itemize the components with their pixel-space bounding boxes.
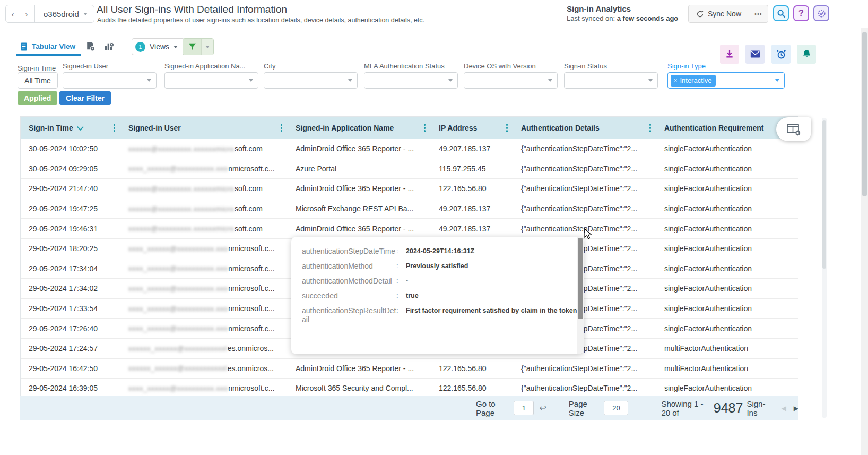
table-row[interactable]: 29-05-2024 19:47:25xxxxxx@xxxxxxxxx.xxxx… [21, 199, 798, 219]
chevron-down-icon [648, 79, 653, 82]
tooltip-scrollbar-thumb[interactable] [578, 238, 583, 319]
top-bar: ‹ › o365droid All User Sign-ins With Det… [0, 0, 868, 28]
page-size-input[interactable] [604, 401, 628, 415]
goto-enter-icon[interactable]: ↩ [539, 403, 546, 413]
chevron-down-icon [205, 46, 210, 48]
export-download-button[interactable] [720, 45, 739, 64]
cell-application-name: Azure Portal [288, 159, 431, 179]
filter-city[interactable] [264, 72, 358, 89]
cell-signedin-user: xxxxxx@xxxxxxxxx.xxxxxxmicrosoft.com [120, 139, 288, 159]
cell-auth-requirement: multiFactorAuthentication [656, 339, 798, 358]
user-suffix-text: soft.com [235, 144, 263, 153]
table-row[interactable]: 29-05-2024 19:46:31xxxxxx@xxxxxxxxx.xxxx… [21, 219, 798, 239]
cell-signin-time: 29-05-2024 17:34:04 [21, 259, 120, 279]
table-row[interactable]: 30-05-2024 09:29:05xxxx_xxxxxx@xxxxxxxxx… [21, 159, 798, 179]
colon [396, 277, 406, 286]
column-menu-icon[interactable] [114, 124, 116, 132]
cell-signin-time: 29-05-2024 18:20:25 [21, 239, 120, 259]
cell-signedin-user: xxxxxx_xxxxxx@xxxxxxxxxxxles.onmicros... [120, 339, 288, 358]
column-label: Authentication Details [521, 124, 600, 132]
filter-button[interactable] [183, 39, 201, 55]
filter-mfa-status[interactable] [364, 72, 458, 89]
filter-device-os[interactable] [464, 72, 558, 89]
filter-signin-status[interactable] [564, 72, 658, 89]
user-suffix-text: soft.com [235, 184, 263, 193]
column-menu-icon[interactable] [506, 124, 508, 132]
schedule-report-button[interactable] [771, 45, 791, 64]
sync-now-button[interactable]: Sync Now [689, 5, 749, 22]
chip-label: Interactive [680, 76, 711, 84]
chart-view-button[interactable] [102, 40, 115, 53]
column-menu-icon[interactable] [649, 124, 652, 132]
table-scrollbar-thumb[interactable] [822, 120, 826, 269]
column-header-auth-details[interactable]: Authentication Details [513, 117, 656, 139]
user-suffix-text: nmicrosoft.c... [228, 264, 274, 273]
back-button[interactable]: ‹ [6, 10, 20, 19]
bell-icon [802, 49, 811, 59]
cell-signin-time: 29-05-2024 16:42:50 [21, 359, 120, 379]
redacted-user-text: xxxx_xxxxxx@xxxxxxxxxx.xxo [128, 165, 228, 173]
prev-page-icon[interactable]: ◀ [782, 405, 786, 412]
alarm-clock-icon [776, 49, 786, 59]
search-button[interactable] [773, 5, 789, 21]
tooltip-key: authenticationMethod [302, 262, 396, 271]
last-synced: Last synced on: a few seconds ago [567, 14, 678, 22]
clear-filter-button[interactable]: Clear Filter [59, 91, 111, 105]
column-header-ip-address[interactable]: IP Address [431, 117, 513, 139]
cell-application-name: AdminDroid Office 365 Reporter - ... [288, 359, 431, 379]
page-size-label: Page Size [569, 399, 597, 417]
column-header-application-name[interactable]: Signed-in Application Name [288, 117, 431, 139]
active-tab-indicator [16, 54, 81, 56]
column-label: IP Address [439, 124, 477, 132]
cell-ip-address: 122.165.56.80 [431, 379, 513, 398]
user-suffix-text: nmicrosoft.c... [228, 165, 274, 173]
applied-badge: Applied [18, 91, 57, 105]
tab-tabular-view[interactable]: Tabular View [16, 38, 79, 55]
workspace-selector[interactable]: o365droid [35, 10, 83, 19]
signin-time-filter[interactable]: All Time [18, 72, 58, 89]
colon [396, 262, 406, 271]
page-scrollbar-thumb[interactable] [862, 32, 867, 196]
column-menu-icon[interactable] [424, 124, 426, 132]
chip-remove-icon[interactable] [674, 77, 677, 83]
cell-signedin-user: xxxx_xxxxxx@xxxxxxxxxx.xxonmicrosoft.c..… [120, 259, 288, 279]
table-row[interactable]: 29-05-2024 21:47:40xxxxxx@xxxxxxxxx.xxxx… [21, 179, 798, 199]
filter-application-name[interactable] [164, 72, 258, 89]
tooltip-entry: succeededtrue [302, 291, 570, 301]
forward-button[interactable]: › [20, 10, 33, 19]
tooltip-entry: authenticationMethodPreviously satisfied [302, 262, 570, 271]
filter-signin-type[interactable]: Interactive [667, 72, 785, 89]
alerts-button[interactable] [797, 45, 816, 64]
help-button[interactable]: ? [793, 5, 809, 21]
scheduled-report-button[interactable] [84, 40, 97, 53]
cell-ip-address: 49.207.185.137 [431, 219, 513, 238]
column-menu-icon[interactable] [281, 124, 283, 132]
schedule-status-button[interactable] [813, 5, 829, 21]
cell-auth-requirement: singleFactorAuthentication [656, 379, 798, 398]
filter-signedin-user[interactable] [63, 72, 157, 89]
views-dropdown[interactable]: 1 Views [132, 38, 185, 55]
last-synced-label: Last synced on: [567, 14, 617, 22]
table-row[interactable]: 29-05-2024 16:42:50xxxxxx_xxxxxx@xxxxxxx… [21, 359, 798, 379]
column-header-signedin-user[interactable]: Signed-in User [120, 117, 288, 139]
tooltip-value: First factor requirement satisfied by cl… [406, 306, 577, 324]
goto-page-input[interactable] [514, 401, 534, 415]
table-row[interactable]: 30-05-2024 10:02:50xxxxxx@xxxxxxxxx.xxxx… [21, 139, 798, 159]
user-suffix-text: nmicrosoft.c... [228, 384, 274, 392]
colon [396, 291, 406, 301]
cell-signedin-user: xxxx_xxxxxx@xxxxxxxxxx.xxonmicrosoft.c..… [120, 299, 288, 319]
column-chooser-button[interactable] [776, 117, 811, 141]
cell-signedin-user: xxxx_xxxxxx@xxxxxxxxxx.xxonmicrosoft.c..… [120, 279, 288, 298]
cell-signedin-user: xxxx_xxxxxx@xxxxxxxxxx.xxonmicrosoft.c..… [120, 379, 288, 398]
column-header-signin-time[interactable]: Sign-in Time [21, 117, 120, 139]
filter-dropdown-button[interactable] [201, 39, 213, 55]
tooltip-scrollbar-track[interactable] [577, 237, 584, 354]
cell-application-name: AdminDroid Office 365 Reporter - ... [288, 139, 431, 159]
tooltip-value: - [406, 277, 408, 286]
cell-auth-details: {"authenticationStepDateTime":"2... [513, 379, 656, 398]
more-options-button[interactable]: ••• [749, 5, 768, 22]
nav-group: ‹ › o365droid [5, 5, 94, 23]
email-report-button[interactable] [745, 45, 765, 64]
next-page-icon[interactable]: ▶ [794, 405, 798, 412]
cell-ip-address: 122.165.56.80 [431, 359, 513, 379]
